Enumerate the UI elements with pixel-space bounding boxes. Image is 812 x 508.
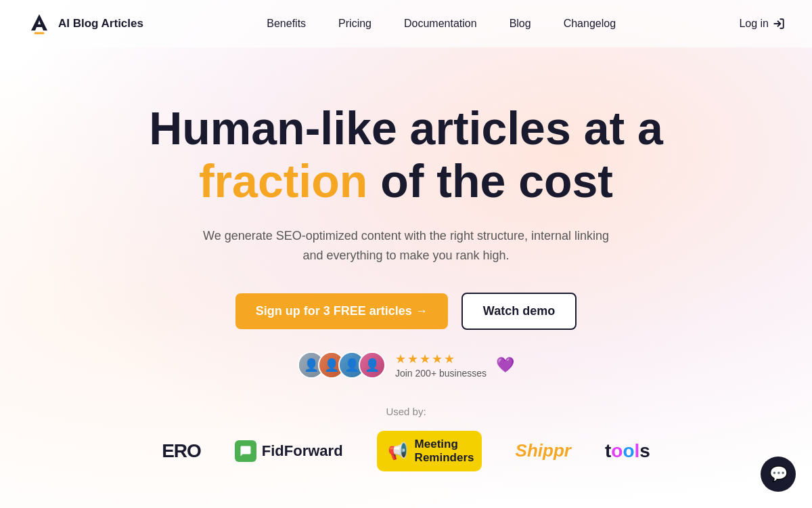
meeting-icon: 📢 xyxy=(388,442,408,461)
star-5: ★ xyxy=(444,352,455,366)
nav-right: Log in xyxy=(739,18,785,30)
join-text: Join 200+ businesses xyxy=(395,368,487,379)
hero-subtitle: We generate SEO-optimized content with t… xyxy=(203,226,609,266)
watch-demo-button[interactable]: Watch demo xyxy=(461,293,577,330)
nav-links: Benefits Pricing Documentation Blog Chan… xyxy=(267,18,616,30)
nav-benefits[interactable]: Benefits xyxy=(267,18,306,30)
hero-title: Human-like articles at a fraction of the… xyxy=(135,102,677,207)
used-by-label: Used by: xyxy=(0,406,812,417)
login-arrow-icon xyxy=(773,18,785,30)
used-by-section: Used by: ERO FidForward 📢 Meeting Remind… xyxy=(0,406,812,471)
logo-icon xyxy=(27,12,51,36)
star-2: ★ xyxy=(407,352,418,366)
star-rating: ★ ★ ★ ★ ★ xyxy=(395,352,455,366)
logo-fidforward: FidForward xyxy=(235,440,343,462)
nav-changelog[interactable]: Changelog xyxy=(564,18,616,30)
chat-bubble-button[interactable]: 💬 xyxy=(761,457,796,492)
signup-button[interactable]: Sign up for 3 FREE articles → xyxy=(235,293,448,329)
nav-pricing[interactable]: Pricing xyxy=(338,18,371,30)
social-proof: 👤 👤 👤 👤 ★ ★ ★ ★ ★ Join 200+ businesses 💜 xyxy=(0,352,812,379)
avatar-4: 👤 xyxy=(359,352,386,379)
logo-tools: tools xyxy=(605,440,650,462)
logo-link[interactable]: AI Blog Articles xyxy=(27,12,143,36)
navbar: AI Blog Articles Benefits Pricing Docume… xyxy=(0,0,812,47)
star-3: ★ xyxy=(420,352,430,366)
stars-group: ★ ★ ★ ★ ★ Join 200+ businesses xyxy=(395,352,487,379)
fidforward-icon xyxy=(235,440,256,462)
star-4: ★ xyxy=(432,352,443,366)
logo-ero: ERO xyxy=(162,440,201,462)
hero-highlight-word: fraction xyxy=(199,155,367,207)
heart-icon: 💜 xyxy=(496,356,514,374)
star-1: ★ xyxy=(395,352,406,366)
nav-blog[interactable]: Blog xyxy=(510,18,531,30)
login-button[interactable]: Log in xyxy=(739,18,785,30)
chat-icon: 💬 xyxy=(769,465,788,483)
logos-row: ERO FidForward 📢 Meeting Reminders Shipp… xyxy=(0,431,812,471)
hero-buttons: Sign up for 3 FREE articles → Watch demo xyxy=(0,293,812,330)
hero-section: Human-like articles at a fraction of the… xyxy=(0,47,812,379)
logo-shippr: Shippr xyxy=(516,440,571,461)
nav-documentation[interactable]: Documentation xyxy=(404,18,477,30)
avatar-group: 👤 👤 👤 👤 xyxy=(298,352,386,379)
brand-name: AI Blog Articles xyxy=(58,17,143,30)
logo-meeting-reminders: 📢 Meeting Reminders xyxy=(377,431,482,471)
